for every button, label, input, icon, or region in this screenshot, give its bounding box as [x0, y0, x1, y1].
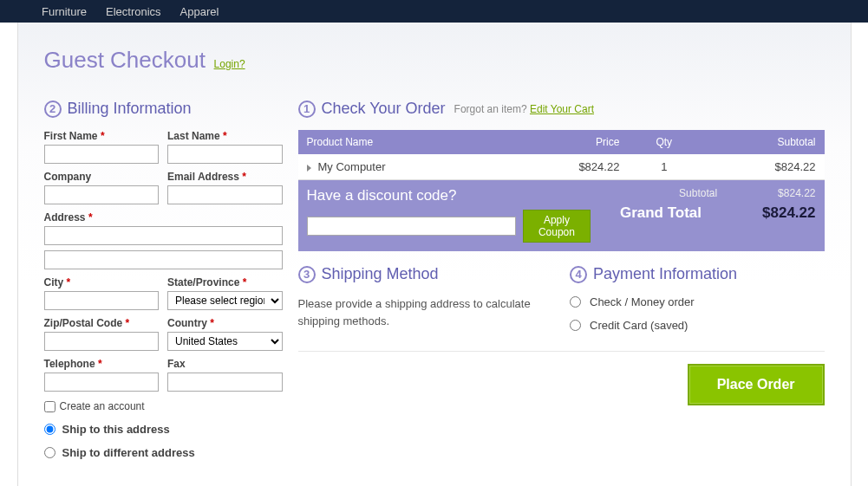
subtotal-value: $824.22 — [778, 187, 815, 199]
col-product: Product Name — [298, 130, 505, 154]
product-subtotal: $824.22 — [700, 154, 824, 180]
shipping-message: Please provide a shipping address to cal… — [298, 295, 553, 329]
label-country: Country * — [167, 317, 283, 329]
product-name: My Computer — [318, 160, 386, 173]
label-state: State/Province * — [167, 276, 283, 288]
checkout-page: Guest Checkout Login? 2 Billing Informat… — [17, 23, 852, 486]
label-telephone: Telephone * — [44, 358, 160, 370]
ship-here-radio[interactable] — [44, 424, 55, 435]
zip-input[interactable] — [44, 332, 160, 351]
first-name-input[interactable] — [44, 145, 160, 164]
city-input[interactable] — [44, 291, 160, 310]
nav-apparel[interactable]: Apparel — [180, 5, 219, 18]
step-num-3: 3 — [298, 266, 316, 283]
place-order-button[interactable]: Place Order — [688, 364, 825, 405]
table-row: My Computer $824.22 1 $824.22 — [298, 154, 825, 180]
create-account-label: Create an account — [60, 400, 145, 412]
apply-coupon-button[interactable]: Apply Coupon — [523, 210, 590, 243]
discount-prompt: Have a discount code? — [307, 187, 591, 204]
label-first-name: First Name * — [44, 130, 160, 142]
nav-electronics[interactable]: Electronics — [106, 5, 161, 18]
payment-title: Payment Information — [593, 265, 737, 283]
ship-diff-label: Ship to different address — [62, 446, 195, 459]
col-subtotal: Subtotal — [700, 130, 824, 154]
create-account-checkbox[interactable] — [44, 401, 55, 412]
label-email: Email Address * — [167, 171, 283, 183]
totals-bar: Have a discount code? Apply Coupon Subto… — [298, 180, 825, 251]
coupon-input[interactable] — [307, 217, 517, 236]
grand-total-value: $824.22 — [762, 204, 815, 222]
telephone-input[interactable] — [44, 373, 160, 392]
email-input[interactable] — [167, 185, 283, 204]
payment-cc-label: Credit Card (saved) — [590, 319, 688, 332]
col-price: Price — [504, 130, 628, 154]
payment-check-label: Check / Money order — [590, 295, 695, 308]
order-table: Product Name Price Qty Subtotal My Compu… — [298, 130, 825, 180]
order-title: Check Your Order — [322, 100, 446, 118]
label-fax: Fax — [167, 358, 283, 370]
grand-total-label: Grand Total — [620, 204, 702, 222]
label-last-name: Last Name * — [167, 130, 283, 142]
company-input[interactable] — [44, 185, 160, 204]
shipping-title: Shipping Method — [322, 265, 439, 283]
billing-section: 2 Billing Information First Name * Last … — [44, 100, 283, 459]
billing-title: Billing Information — [68, 100, 192, 118]
payment-check-radio[interactable] — [570, 296, 581, 308]
step-num-1: 1 — [298, 100, 316, 118]
edit-cart-link[interactable]: Edit Your Cart — [530, 103, 594, 115]
page-title: Guest Checkout — [44, 47, 206, 74]
forgot-item-text: Forgot an item? Edit Your Cart — [454, 103, 594, 115]
address2-input[interactable] — [44, 250, 283, 269]
login-link[interactable]: Login? — [214, 58, 245, 70]
last-name-input[interactable] — [167, 145, 283, 164]
col-qty: Qty — [628, 130, 700, 154]
top-nav: Furniture Electronics Apparel — [0, 0, 868, 23]
address1-input[interactable] — [44, 226, 283, 245]
step-num-4: 4 — [570, 266, 587, 283]
subtotal-label: Subtotal — [679, 187, 717, 199]
fax-input[interactable] — [167, 373, 283, 392]
label-city: City * — [44, 276, 160, 288]
payment-cc-radio[interactable] — [570, 320, 581, 331]
step-num-2: 2 — [44, 100, 62, 118]
payment-section: 4 Payment Information Check / Money orde… — [570, 265, 825, 332]
product-price: $824.22 — [504, 154, 628, 180]
state-select[interactable]: Please select region, state or province — [167, 291, 283, 310]
nav-furniture[interactable]: Furniture — [42, 5, 87, 18]
country-select[interactable]: United States — [167, 332, 283, 351]
label-zip: Zip/Postal Code * — [44, 317, 160, 329]
product-qty: 1 — [628, 154, 700, 180]
ship-here-label: Ship to this address — [62, 423, 170, 436]
expand-icon[interactable] — [307, 165, 311, 172]
label-address: Address * — [44, 211, 283, 224]
shipping-section: 3 Shipping Method Please provide a shipp… — [298, 265, 553, 332]
divider — [298, 351, 825, 352]
label-company: Company — [44, 171, 160, 183]
ship-diff-radio[interactable] — [44, 447, 55, 458]
